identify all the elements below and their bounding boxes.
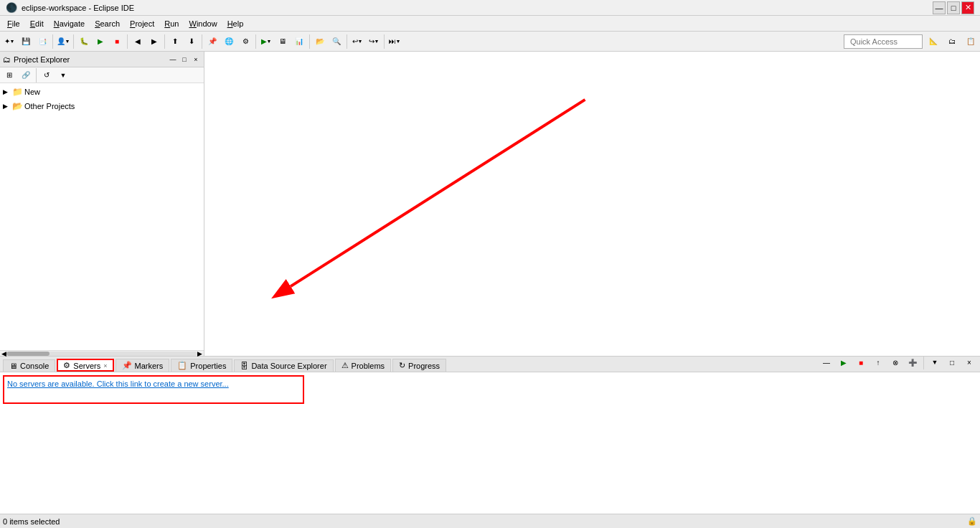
sync-button[interactable]: ↺ [39,67,55,83]
hscroll-thumb[interactable] [6,352,50,356]
editor-area [204,52,980,356]
tab-console[interactable]: 🖥 Console [3,359,55,372]
minimize-button[interactable]: — [933,1,946,14]
redo-dropdown-button[interactable]: ↪▼ [366,34,382,50]
tree-item-other-projects[interactable]: ▶ 📂 Other Projects [1,99,202,113]
stop-button[interactable]: ■ [109,34,125,50]
save-icon: 💾 [22,37,30,45]
stop-server-button[interactable]: ■ [853,354,869,370]
menu-project[interactable]: Project [126,18,159,29]
gear-button[interactable]: ⚙ [237,34,253,50]
search-button[interactable]: 🔍 [329,34,344,50]
create-server-link[interactable]: No servers are available. Click this lin… [7,380,229,388]
prev-anno-button[interactable]: ⬆ [167,34,183,50]
new-dropdown-button[interactable]: ✦▼ [1,34,17,50]
publish-button[interactable]: ↑ [870,354,886,370]
quick-access-input[interactable] [844,34,923,49]
disconnect-button[interactable]: ⊗ [887,354,903,370]
pin-button[interactable]: 📌 [204,34,220,50]
views-button[interactable]: 📋 [963,34,979,50]
problems-tab-label: Problems [352,362,385,370]
link-editor-button[interactable]: 🔗 [18,67,34,83]
progress-tab-label: Progress [408,362,440,370]
run-button[interactable]: ▶ [93,34,108,50]
tab-data-source[interactable]: 🗄 Data Source Explorer [234,359,333,372]
sync-icon: ↺ [44,71,50,79]
menu-help[interactable]: Help [223,18,248,29]
view-menu-button[interactable]: ▼ [55,67,71,83]
tab-markers[interactable]: 📌 Markers [116,359,170,372]
open-perspective-button[interactable]: 📐 [925,34,941,50]
data-source-tab-icon: 🗄 [240,362,248,370]
tab-properties[interactable]: 📋 Properties [171,359,232,372]
profile-icon: 👤 [57,37,65,45]
menu-search[interactable]: Search [90,18,124,29]
data-source-tab-label: Data Source Explorer [251,362,326,370]
tree-arrow-other: ▶ [3,103,10,110]
debug-button[interactable]: 🐛 [76,34,92,50]
sidebar-minimize-button[interactable]: — [168,55,178,65]
globe-button[interactable]: 🌐 [221,34,237,50]
start-server-button[interactable]: ▶ [836,354,852,370]
sidebar-sep [36,68,37,82]
tab-problems[interactable]: ⚠ Problems [335,359,391,372]
server-icon: 🖥 [279,37,286,45]
stop-server-icon: ■ [859,359,863,367]
redo-icon: ↪ [369,37,374,45]
fwd-icon: ⏭ [389,37,396,45]
menu-run[interactable]: Run [160,18,183,29]
hscroll-track [6,352,197,356]
next-anno-button[interactable]: ⬇ [184,34,199,50]
panel-close-button[interactable]: × [961,354,977,370]
save-button[interactable]: 💾 [18,34,34,50]
task-button[interactable]: 📊 [291,34,307,50]
menu-window[interactable]: Window [184,18,221,29]
toolbar-sep-5 [202,34,202,49]
add-server-button[interactable]: ➕ [905,354,920,370]
new-icon: ✦ [4,37,10,45]
scroll-right-button[interactable]: ▶ [197,350,202,357]
svg-line-1 [291,100,585,286]
server-button[interactable]: 🖥 [275,34,291,50]
panel-maximize-button[interactable]: □ [944,354,960,370]
console-tab-icon: 🖥 [9,362,17,370]
titlebar-controls: — □ ✕ [933,1,974,14]
perspective-button[interactable]: 🗂 [944,34,960,50]
scroll-left-button[interactable]: ◀ [1,350,6,357]
servers-tab-close[interactable]: × [103,362,107,369]
new-dropdown-arrow: ▼ [10,39,15,44]
profile-dropdown-button[interactable]: 👤▼ [55,34,71,50]
tab-progress[interactable]: ↻ Progress [392,359,446,372]
sidebar-scrollbar[interactable]: ◀ ▶ [0,350,204,356]
maximize-button[interactable]: □ [947,1,960,14]
main-area: 🗂 Project Explorer — □ × ⊞ 🔗 ↺ ▼ ▶ 📁 New… [0,52,980,356]
prev-edit-button[interactable]: ◀ [130,34,146,50]
run2-dropdown-button[interactable]: ▶▼ [258,34,274,50]
toolbar-sep-7 [309,34,310,49]
servers-tab-icon: ⚙ [63,361,70,370]
panel-menu-button[interactable]: ▼ [927,354,943,370]
sidebar-maximize-button[interactable]: □ [179,55,189,65]
sidebar: 🗂 Project Explorer — □ × ⊞ 🔗 ↺ ▼ ▶ 📁 New… [0,52,204,356]
next-edit-icon: ▶ [151,37,157,45]
console-tab-label: Console [20,362,49,370]
next-edit-button[interactable]: ▶ [146,34,162,50]
undo-dropdown-button[interactable]: ↩▼ [349,34,365,50]
link-editor-icon: 🔗 [22,71,30,79]
minimize-panel-button[interactable]: — [819,354,834,370]
run2-icon: ▶ [261,37,267,45]
menu-edit[interactable]: Edit [26,18,48,29]
open-icon: 📂 [316,37,324,45]
fwd-dropdown-button[interactable]: ⏭▼ [387,34,402,50]
collapse-all-button[interactable]: ⊞ [1,67,17,83]
minimize-panel-icon: — [823,359,830,367]
menu-navigate[interactable]: Navigate [50,18,89,29]
save-all-button[interactable]: 📑 [34,34,50,50]
sidebar-close-button[interactable]: × [191,55,201,65]
menu-file[interactable]: File [3,18,24,29]
open-button[interactable]: 📂 [312,34,328,50]
tab-servers[interactable]: ⚙ Servers × [57,359,113,372]
prev-anno-icon: ⬆ [172,37,178,45]
tree-item-new[interactable]: ▶ 📁 New [1,85,202,99]
close-button[interactable]: ✕ [961,1,974,14]
